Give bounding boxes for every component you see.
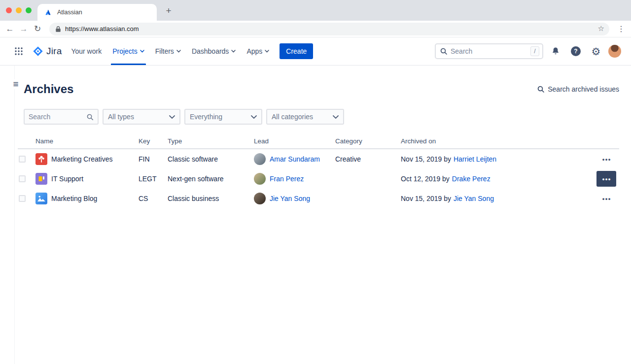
page-title: Archives xyxy=(24,82,73,96)
chevron-down-icon xyxy=(231,50,236,53)
project-name-cell: Marketing Creatives xyxy=(35,153,139,165)
project-name-cell: IT Support xyxy=(35,173,139,185)
nav-dashboards[interactable]: Dashboards xyxy=(186,37,242,65)
product-name: Jira xyxy=(46,46,62,57)
project-type: Classic business xyxy=(168,195,254,202)
expand-sidebar-icon[interactable]: ≡ xyxy=(11,79,21,89)
project-key: FIN xyxy=(139,155,168,163)
project-category: Creative xyxy=(335,155,401,163)
archived-on-cell: Oct 12, 2019 by Drake Perez xyxy=(401,175,596,183)
profile-avatar[interactable] xyxy=(608,45,621,58)
forward-icon[interactable]: → xyxy=(17,22,31,36)
project-name-cell: Marketing Blog xyxy=(35,193,139,204)
project-key: LEGT xyxy=(139,175,168,183)
nav-filters[interactable]: Filters xyxy=(150,37,186,65)
chevron-down-icon xyxy=(265,50,269,53)
archived-date: Oct 12, 2019 by xyxy=(401,175,450,183)
scope-filter-dropdown[interactable]: Everything xyxy=(184,109,262,125)
fullscreen-window-button[interactable] xyxy=(26,7,32,13)
browser-tab[interactable]: Atlassian xyxy=(37,4,157,21)
archives-page: ≡ Archives Search archived issues All ty… xyxy=(0,66,631,364)
filter-bar: All types Everything All categories xyxy=(0,96,631,125)
create-button[interactable]: Create xyxy=(280,43,313,59)
app-header: Jira Your work Projects Filters Dashboar… xyxy=(0,37,631,66)
row-more-actions-icon[interactable]: ••• xyxy=(596,151,616,167)
column-header-type: Type xyxy=(168,137,254,145)
nav-your-work[interactable]: Your work xyxy=(66,37,107,65)
search-archived-issues-link[interactable]: Search archived issues xyxy=(537,85,619,93)
jira-mark-icon xyxy=(33,46,43,57)
project-avatar-icon xyxy=(35,153,47,165)
browser-menu-icon[interactable]: ⋮ xyxy=(614,22,628,36)
categories-filter-value: All categories xyxy=(272,113,313,121)
row-checkbox[interactable] xyxy=(19,195,26,202)
archived-by-link[interactable]: Drake Perez xyxy=(452,175,491,183)
archived-projects-table: Name Key Type Lead Category Archived on … xyxy=(18,133,619,208)
lead-link[interactable]: Jie Yan Song xyxy=(270,195,310,202)
global-search[interactable]: / xyxy=(435,43,543,59)
chevron-down-icon xyxy=(169,115,175,119)
chevron-down-icon xyxy=(251,115,257,119)
archived-date: Nov 15, 2019 by xyxy=(401,155,451,163)
notifications-button[interactable] xyxy=(548,43,563,59)
help-button[interactable]: ? xyxy=(568,43,584,59)
nav-label: Apps xyxy=(246,47,262,55)
bell-icon xyxy=(551,46,561,56)
table-row: Marketing Creatives FIN Classic software… xyxy=(18,149,619,169)
filter-search-input[interactable] xyxy=(29,113,86,121)
table-row: IT Support LEGT Next-gen software Fran P… xyxy=(18,169,619,189)
bookmark-star-icon[interactable]: ☆ xyxy=(598,24,604,33)
project-type: Next-gen software xyxy=(168,175,254,183)
filter-search-field[interactable] xyxy=(24,109,99,125)
row-checkbox[interactable] xyxy=(19,175,26,182)
global-search-input[interactable] xyxy=(451,47,527,55)
header-right: / ? ⚙ xyxy=(435,43,621,59)
minimize-window-button[interactable] xyxy=(16,7,22,13)
lead-cell: Jie Yan Song xyxy=(254,193,335,204)
row-more-actions-icon[interactable]: ••• xyxy=(596,171,616,187)
archived-date: Nov 15, 2019 by xyxy=(401,195,451,202)
nav-projects[interactable]: Projects xyxy=(107,37,150,65)
search-icon xyxy=(86,113,94,121)
question-mark-icon: ? xyxy=(571,46,581,56)
back-icon[interactable]: ← xyxy=(3,22,17,36)
browser-window: Atlassian + ← → ↻ https://www.atlassian.… xyxy=(0,0,631,37)
app-switcher-icon[interactable] xyxy=(11,43,27,59)
project-type: Classic software xyxy=(168,155,254,163)
row-more-actions-icon[interactable]: ••• xyxy=(596,191,616,206)
types-filter-value: All types xyxy=(108,113,134,121)
lead-avatar xyxy=(254,153,266,165)
row-checkbox[interactable] xyxy=(19,156,26,163)
collapsed-sidebar xyxy=(0,66,15,364)
lead-avatar xyxy=(254,173,266,185)
lead-link[interactable]: Fran Perez xyxy=(270,175,304,183)
archived-by-link[interactable]: Harriet Leijten xyxy=(454,155,496,163)
archived-by-link[interactable]: Jie Yan Song xyxy=(454,195,494,202)
column-header-lead: Lead xyxy=(254,137,335,145)
primary-nav: Your work Projects Filters Dashboards Ap… xyxy=(66,37,275,65)
types-filter-dropdown[interactable]: All types xyxy=(103,109,180,125)
lead-cell: Amar Sundaram xyxy=(254,153,335,165)
nav-label: Filters xyxy=(155,47,174,55)
chevron-down-icon xyxy=(176,50,181,53)
nav-apps[interactable]: Apps xyxy=(241,37,275,65)
address-bar[interactable]: https://www.atlassian.com ☆ xyxy=(49,23,609,35)
browser-toolbar: ← → ↻ https://www.atlassian.com ☆ ⋮ xyxy=(0,21,631,37)
tab-title: Atlassian xyxy=(57,9,82,16)
lead-cell: Fran Perez xyxy=(254,173,335,185)
settings-button[interactable]: ⚙ xyxy=(588,43,604,59)
lead-link[interactable]: Amar Sundaram xyxy=(270,155,320,163)
reload-icon[interactable]: ↻ xyxy=(31,22,44,36)
close-window-button[interactable] xyxy=(6,7,12,13)
search-archived-label: Search archived issues xyxy=(548,85,619,93)
lock-icon xyxy=(55,26,61,33)
new-tab-button[interactable]: + xyxy=(163,5,175,17)
project-key: CS xyxy=(139,195,168,202)
jira-logo[interactable]: Jira xyxy=(33,46,62,57)
nav-label: Your work xyxy=(71,47,102,55)
column-header-key: Key xyxy=(139,137,168,145)
project-name: IT Support xyxy=(51,175,83,183)
chevron-down-icon xyxy=(333,115,339,119)
tab-strip: Atlassian + xyxy=(0,0,631,21)
categories-filter-dropdown[interactable]: All categories xyxy=(266,109,344,125)
